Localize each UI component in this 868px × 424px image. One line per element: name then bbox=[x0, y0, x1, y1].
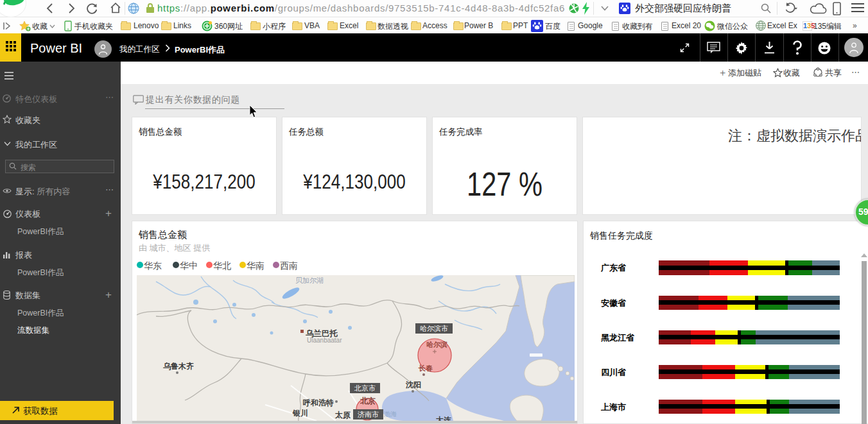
svg-text:渤海: 渤海 bbox=[384, 411, 397, 418]
svg-text:哈尔滨: 哈尔滨 bbox=[426, 341, 447, 349]
svg-text:呼和浩特: 呼和浩特 bbox=[303, 398, 334, 407]
svg-text:太原: 太原 bbox=[334, 411, 351, 420]
svg-text:北京: 北京 bbox=[360, 396, 376, 405]
svg-text:长春: 长春 bbox=[418, 364, 433, 372]
svg-text:大连: 大连 bbox=[436, 416, 451, 421]
svg-text:银川: 银川 bbox=[292, 409, 308, 418]
svg-text:乌鲁木齐: 乌鲁木齐 bbox=[163, 362, 194, 371]
svg-text:沈阳: 沈阳 bbox=[405, 380, 421, 389]
svg-text:贝加尔湖: 贝加尔湖 bbox=[295, 276, 324, 284]
svg-text:Ulaanbaatar: Ulaanbaatar bbox=[307, 337, 342, 344]
